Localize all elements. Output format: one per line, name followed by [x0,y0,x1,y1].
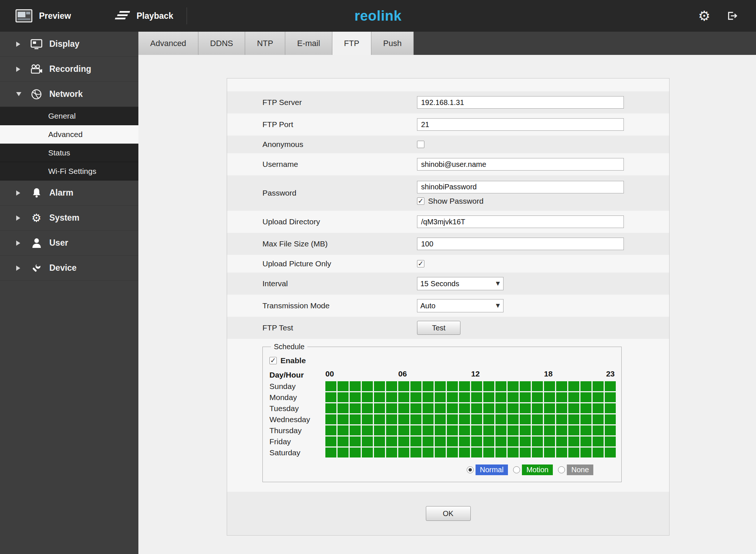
schedule-cell[interactable] [544,381,555,391]
schedule-cell[interactable] [423,403,434,413]
schedule-cell[interactable] [459,414,470,424]
schedule-cell[interactable] [593,392,604,402]
tab-advanced[interactable]: Advanced [138,32,198,55]
schedule-cell[interactable] [423,436,434,446]
schedule-cell[interactable] [605,448,616,457]
schedule-cell[interactable] [544,436,555,446]
schedule-cell[interactable] [386,436,397,446]
schedule-cell[interactable] [398,448,409,457]
playback-button[interactable]: Playback [112,9,173,22]
schedule-cell[interactable] [556,448,567,457]
schedule-cell[interactable] [447,392,458,402]
schedule-cell[interactable] [568,403,579,413]
schedule-cell[interactable] [435,425,446,435]
schedule-cell[interactable] [556,392,567,402]
schedule-cell[interactable] [520,425,531,435]
schedule-cell[interactable] [483,403,494,413]
schedule-cell[interactable] [556,414,567,424]
schedule-cell[interactable] [520,414,531,424]
schedule-cell[interactable] [325,392,336,402]
sidebar-item-system[interactable]: ⚙ System [0,206,138,231]
schedule-cell[interactable] [410,381,421,391]
max-file-size-input[interactable] [417,238,624,250]
mode-chip-motion[interactable]: Motion [522,464,553,475]
schedule-cell[interactable] [374,392,385,402]
schedule-cell[interactable] [410,414,421,424]
schedule-cell[interactable] [605,403,616,413]
schedule-cell[interactable] [398,425,409,435]
schedule-cell[interactable] [532,403,543,413]
interval-select[interactable]: 15 Seconds [417,277,504,290]
schedule-cell[interactable] [374,436,385,446]
schedule-enable-toggle[interactable]: Enable [269,353,616,369]
schedule-cell[interactable] [410,403,421,413]
schedule-cell[interactable] [398,436,409,446]
mode-radio-none[interactable] [558,466,565,473]
schedule-cell[interactable] [410,436,421,446]
sidebar-item-display[interactable]: Display [0,32,138,57]
schedule-cell[interactable] [362,436,373,446]
upload-directory-input[interactable] [417,215,624,228]
schedule-cell[interactable] [532,392,543,402]
schedule-cell[interactable] [398,414,409,424]
tab-ftp[interactable]: FTP [332,32,372,55]
ftp-server-input[interactable] [417,96,624,109]
schedule-cell[interactable] [471,381,482,391]
schedule-cell[interactable] [338,381,349,391]
schedule-cell[interactable] [605,425,616,435]
schedule-cell[interactable] [605,392,616,402]
schedule-cell[interactable] [568,436,579,446]
schedule-cell[interactable] [483,436,494,446]
schedule-cell[interactable] [350,403,361,413]
schedule-cell[interactable] [338,392,349,402]
schedule-cell[interactable] [423,448,434,457]
schedule-cell[interactable] [568,381,579,391]
preview-button[interactable]: Preview [15,9,71,22]
schedule-cell[interactable] [398,392,409,402]
schedule-cell[interactable] [580,414,591,424]
schedule-cell[interactable] [362,414,373,424]
ftp-port-input[interactable] [417,118,624,131]
schedule-cell[interactable] [362,392,373,402]
schedule-cell[interactable] [520,381,531,391]
sidebar-subitem-general[interactable]: General [0,107,138,125]
schedule-cell[interactable] [532,448,543,457]
sidebar-item-network[interactable]: Network [0,82,138,107]
schedule-cell[interactable] [459,448,470,457]
schedule-cell[interactable] [435,448,446,457]
schedule-cell[interactable] [544,403,555,413]
schedule-cell[interactable] [325,425,336,435]
schedule-cell[interactable] [386,448,397,457]
schedule-cell[interactable] [508,403,519,413]
schedule-cell[interactable] [605,436,616,446]
schedule-cell[interactable] [423,414,434,424]
schedule-cell[interactable] [447,381,458,391]
schedule-cell[interactable] [495,392,506,402]
schedule-cell[interactable] [495,448,506,457]
schedule-cell[interactable] [483,448,494,457]
schedule-cell[interactable] [605,381,616,391]
schedule-cell[interactable] [447,436,458,446]
mode-chip-normal[interactable]: Normal [476,464,508,475]
schedule-cell[interactable] [386,403,397,413]
schedule-cell[interactable] [508,425,519,435]
schedule-cell[interactable] [495,414,506,424]
schedule-cell[interactable] [459,425,470,435]
sidebar-subitem-wifi-settings[interactable]: Wi-Fi Settings [0,162,138,180]
schedule-cell[interactable] [568,425,579,435]
schedule-cell[interactable] [520,392,531,402]
schedule-cell[interactable] [325,448,336,457]
schedule-cell[interactable] [495,436,506,446]
schedule-cell[interactable] [495,425,506,435]
schedule-cell[interactable] [580,403,591,413]
schedule-cell[interactable] [471,414,482,424]
schedule-cell[interactable] [447,425,458,435]
schedule-cell[interactable] [495,381,506,391]
schedule-cell[interactable] [520,436,531,446]
schedule-cell[interactable] [532,414,543,424]
schedule-cell[interactable] [374,425,385,435]
schedule-cell[interactable] [580,436,591,446]
schedule-cell[interactable] [362,381,373,391]
schedule-cell[interactable] [495,403,506,413]
schedule-cell[interactable] [325,414,336,424]
